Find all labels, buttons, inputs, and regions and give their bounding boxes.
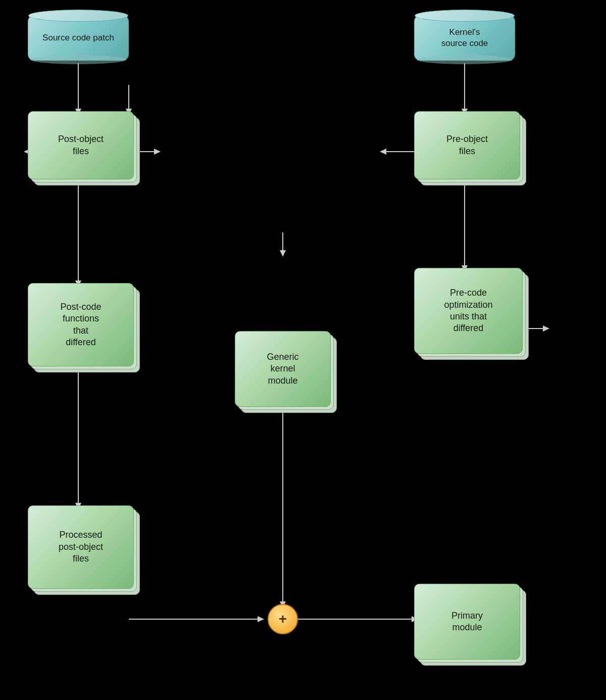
post-code-functions-label: Post-codefunctionsthatdiffered	[56, 297, 105, 353]
primary-module-label: Primarymodule	[447, 606, 487, 638]
post-code-functions-node: Post-codefunctionsthatdiffered	[28, 283, 139, 371]
post-object-files-node: Post-objectfiles	[28, 111, 139, 184]
source-code-patch-node: Source code patch	[28, 13, 129, 63]
post-object-files-label: Post-objectfiles	[54, 129, 108, 161]
svg-marker-23	[154, 149, 161, 155]
processed-post-object-label: Processedpost-objectfiles	[55, 525, 107, 569]
svg-marker-21	[543, 325, 549, 332]
pre-code-optimization-node: Pre-codeoptimizationunits thatdiffered	[414, 268, 528, 359]
pre-object-files-label: Pre-objectfiles	[442, 129, 492, 161]
svg-marker-25	[380, 149, 386, 155]
linker-circle: +	[268, 604, 298, 634]
pre-code-optimization-label: Pre-codeoptimizationunits thatdiffered	[440, 283, 496, 339]
diagram-container: Source code patch Kernel'ssource code Po…	[0, 0, 606, 700]
processed-post-object-node: Processedpost-objectfiles	[28, 505, 139, 594]
source-code-patch-label: Source code patch	[38, 28, 118, 48]
kernels-source-code-node: Kernel'ssource code	[414, 13, 515, 63]
svg-marker-17	[258, 616, 264, 622]
linker-plus-sign: +	[279, 611, 287, 627]
pre-object-files-node: Pre-objectfiles	[414, 111, 525, 184]
kernels-source-code-label: Kernel'ssource code	[437, 23, 492, 53]
generic-kernel-module-node: Generickernelmodule	[235, 331, 336, 412]
generic-kernel-module-label: Generickernelmodule	[263, 347, 302, 391]
svg-marker-7	[280, 250, 286, 257]
primary-module-node: Primarymodule	[414, 584, 525, 665]
